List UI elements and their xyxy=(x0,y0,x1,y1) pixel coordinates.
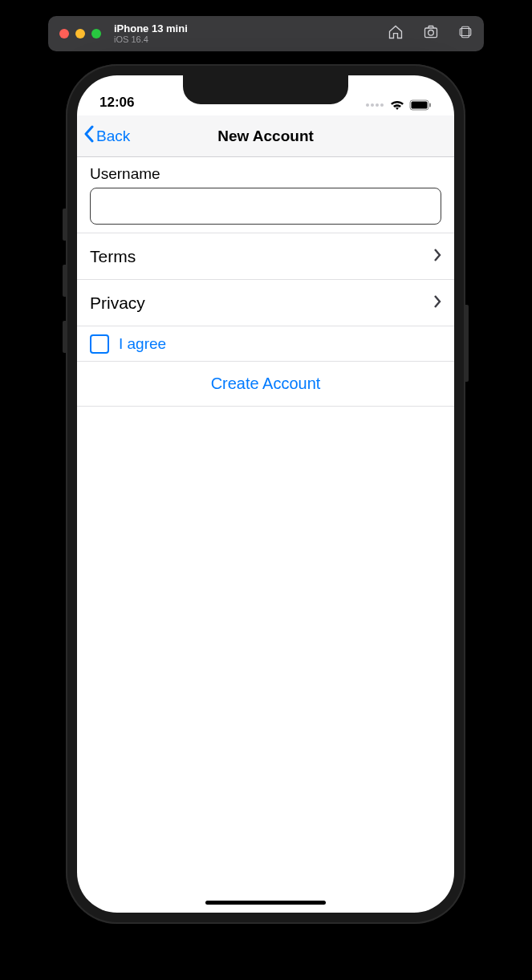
window-controls xyxy=(59,29,101,38)
simulator-os-version: iOS 16.4 xyxy=(114,34,188,44)
username-input[interactable] xyxy=(90,188,441,225)
rotate-icon[interactable] xyxy=(458,25,473,43)
notch xyxy=(183,75,348,104)
home-icon[interactable] xyxy=(388,24,404,43)
cellular-indicator xyxy=(366,103,384,107)
username-label: Username xyxy=(90,165,441,183)
zoom-window-button[interactable] xyxy=(91,29,101,38)
simulator-device-name: iPhone 13 mini xyxy=(114,23,188,34)
privacy-label: Privacy xyxy=(90,294,145,313)
create-account-button[interactable]: Create Account xyxy=(77,362,454,407)
home-indicator[interactable] xyxy=(205,901,326,905)
agree-row: I agree xyxy=(77,326,454,362)
username-section: Username xyxy=(77,157,454,233)
chevron-left-icon xyxy=(83,125,95,147)
battery-icon xyxy=(409,99,432,111)
terms-label: Terms xyxy=(90,247,136,266)
back-button[interactable]: Back xyxy=(83,125,130,147)
screenshot-icon[interactable] xyxy=(423,24,439,43)
status-time: 12:06 xyxy=(99,95,134,111)
wifi-icon xyxy=(390,99,404,111)
simulator-titlebar: iPhone 13 mini iOS 16.4 xyxy=(48,16,484,51)
agree-checkbox[interactable] xyxy=(90,334,109,354)
minimize-window-button[interactable] xyxy=(75,29,85,38)
close-window-button[interactable] xyxy=(59,29,69,38)
svg-rect-5 xyxy=(412,102,428,109)
simulator-title-block: iPhone 13 mini iOS 16.4 xyxy=(114,23,188,44)
chevron-right-icon xyxy=(433,247,441,266)
screen: 12:06 Back New Account xyxy=(77,75,454,913)
navigation-bar: Back New Account xyxy=(77,115,454,157)
svg-point-1 xyxy=(428,30,434,36)
chevron-right-icon xyxy=(433,294,441,313)
terms-row[interactable]: Terms xyxy=(77,233,454,280)
agree-label[interactable]: I agree xyxy=(119,335,166,353)
page-title: New Account xyxy=(77,128,454,145)
svg-rect-6 xyxy=(429,103,431,107)
privacy-row[interactable]: Privacy xyxy=(77,280,454,326)
iphone-frame: 12:06 Back New Account xyxy=(66,64,465,924)
back-label: Back xyxy=(96,128,130,145)
svg-rect-0 xyxy=(425,28,437,38)
